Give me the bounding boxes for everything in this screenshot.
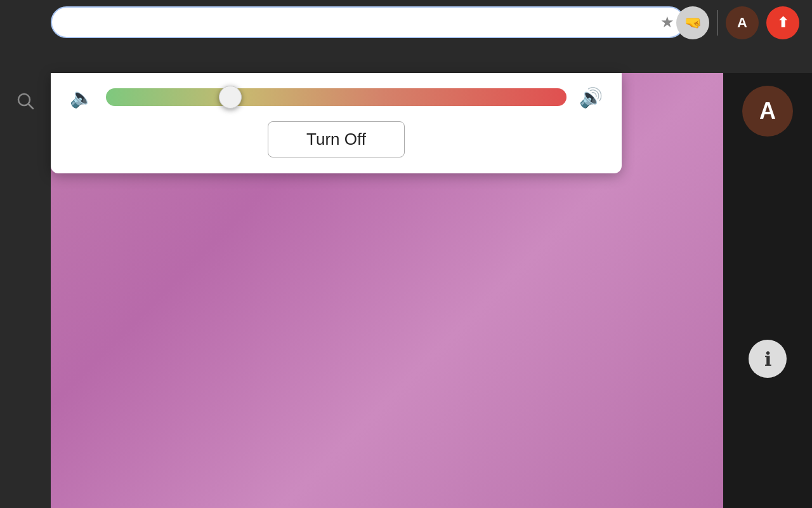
volume-slider-thumb[interactable] <box>219 86 242 109</box>
account-button[interactable]: A <box>726 6 759 39</box>
svg-line-1 <box>29 104 33 109</box>
search-icon[interactable] <box>16 92 34 114</box>
left-sidebar <box>0 73 51 508</box>
volume-slider-container[interactable] <box>106 86 566 109</box>
volume-low-icon[interactable]: 🔈 <box>70 86 93 109</box>
volume-slider-track <box>106 88 566 106</box>
bookmark-icon[interactable]: ★ <box>660 13 674 31</box>
volume-high-icon[interactable]: 🔊 <box>579 86 603 109</box>
extension-icon: 🤜 <box>684 15 702 31</box>
address-bar: ★ <box>51 6 685 38</box>
info-icon: ℹ <box>764 348 771 370</box>
account-large-label: A <box>759 98 776 124</box>
turn-off-button[interactable]: Turn Off <box>268 121 405 157</box>
update-button[interactable]: ⬆ <box>766 6 799 39</box>
volume-slider-row: 🔈 🔊 <box>70 86 603 109</box>
account-label: A <box>737 15 747 31</box>
top-bar: ★ 🤜 A ⬆ <box>0 0 812 73</box>
toolbar-divider <box>717 10 718 36</box>
account-large-button[interactable]: A <box>742 86 793 137</box>
right-panel: A ℹ <box>723 73 812 508</box>
info-button[interactable]: ℹ <box>749 340 787 378</box>
volume-popup: 🔈 🔊 Turn Off <box>51 73 622 173</box>
extension-button[interactable]: 🤜 <box>676 6 709 39</box>
update-icon: ⬆ <box>777 15 789 31</box>
toolbar-right: 🤜 A ⬆ <box>676 6 799 39</box>
